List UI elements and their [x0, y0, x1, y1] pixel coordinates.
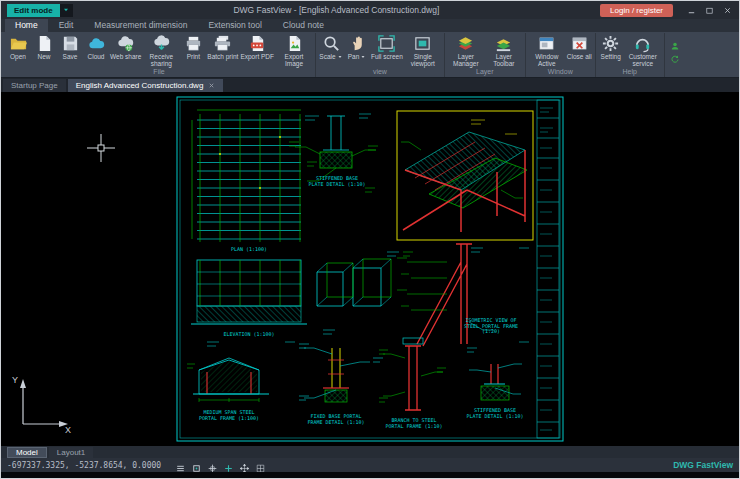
window-controls: [683, 4, 735, 17]
brand-label: DWG FastView: [673, 460, 733, 470]
isometric-view: [397, 111, 533, 240]
layout-tab-layout1[interactable]: Layout1: [49, 447, 93, 458]
print-icon: [184, 34, 203, 53]
edit-mode-dropdown[interactable]: Edit mode: [7, 4, 73, 17]
portal-frame-elevation: [187, 358, 269, 402]
doc-tab-english-advanced-construction-dwg[interactable]: English Advanced Construction.dwg: [68, 79, 224, 92]
ribbon-item-label: Pan: [348, 53, 360, 60]
ribbon-item-label: Layer Toolbar: [486, 53, 522, 67]
web-share-button[interactable]: Web share: [109, 33, 142, 60]
setting-button[interactable]: Setting: [598, 33, 624, 60]
close-button[interactable]: [719, 4, 735, 17]
ribbon-group-name: File: [5, 67, 313, 77]
ribbon-item-label: Single viewport: [405, 53, 441, 67]
tab-close-icon[interactable]: [208, 82, 215, 89]
single-viewport-button[interactable]: Single viewport: [404, 33, 442, 67]
plan-view: [192, 110, 301, 242]
batch-print-icon: [213, 34, 232, 53]
ucs-x-label: X: [65, 425, 71, 435]
receive-sharing-icon: [152, 34, 171, 53]
pan-button[interactable]: Pan: [344, 33, 370, 60]
grid-icon[interactable]: [255, 460, 266, 471]
document-tab-bar: Startup PageEnglish Advanced Constructio…: [1, 78, 739, 92]
window-active-icon: [537, 34, 556, 53]
cloud-button[interactable]: Cloud: [83, 33, 109, 60]
plus-icon[interactable]: [223, 460, 234, 471]
full-screen-button[interactable]: Full screen: [370, 33, 404, 60]
list-icon[interactable]: [175, 460, 186, 471]
menu-tab-edit[interactable]: Edit: [49, 19, 84, 32]
doc-tab-startup-page[interactable]: Startup Page: [3, 79, 66, 92]
cloud-icon: [87, 34, 106, 53]
menu-tab-bar: HomeEditMeasurement dimensionExtension t…: [1, 19, 739, 32]
minimize-button[interactable]: [683, 4, 699, 17]
statusbar-icons: [175, 460, 266, 471]
titlebar: Edit mode DWG FastView - [English Advanc…: [1, 1, 739, 19]
close-all-icon: [570, 34, 589, 53]
menu-tab-home[interactable]: Home: [5, 19, 48, 32]
window-active-button[interactable]: Window Active: [528, 33, 566, 67]
ribbon-group-view: ScalePanFull screenSingle viewportview: [316, 33, 445, 77]
move-icon[interactable]: [239, 460, 250, 471]
batch-print-button[interactable]: Batch print: [206, 33, 239, 60]
menu-tab-extension-tool[interactable]: Extension tool: [198, 19, 271, 32]
menu-tab-cloud-note[interactable]: Cloud note: [273, 19, 334, 32]
setting-icon: [601, 34, 620, 53]
login-register-button[interactable]: Login / register: [600, 4, 673, 17]
customer-service-button[interactable]: Customer service: [624, 33, 662, 67]
zoom-icon: [322, 34, 341, 53]
layer-manager-button[interactable]: Layer Manager: [447, 33, 485, 67]
ribbon-item-label: Receive sharing: [143, 53, 179, 67]
ribbon-item-label: Batch print: [207, 53, 238, 60]
new-button[interactable]: New: [31, 33, 57, 60]
base-plate-detail-top: [289, 116, 378, 181]
web-share-icon: [116, 34, 135, 53]
chevron-down-icon: [360, 54, 366, 60]
portal-member-detail: [397, 244, 493, 346]
export-pdf-button[interactable]: Export PDF: [239, 33, 275, 60]
layout-tab-model[interactable]: Model: [7, 447, 47, 458]
ribbon-group-name: view: [318, 67, 442, 77]
user-online-icon[interactable]: [670, 37, 680, 47]
elevation-view: [191, 260, 307, 324]
layer-toolbar-button[interactable]: Layer Toolbar: [485, 33, 523, 67]
sync-icon[interactable]: [670, 50, 680, 60]
customer-service-icon: [633, 34, 652, 53]
single-viewport-icon: [413, 34, 432, 53]
save-icon: [61, 34, 80, 53]
layer-manager-icon: [456, 34, 475, 53]
ribbon-item-label: Cloud: [88, 53, 105, 60]
edit-mode-label: Edit mode: [7, 4, 60, 17]
ribbon-item-label: Window Active: [529, 53, 565, 67]
osnap-icon[interactable]: [191, 460, 202, 471]
maximize-button[interactable]: [701, 4, 717, 17]
receive-sharing-button[interactable]: Receive sharing: [142, 33, 180, 67]
doc-tab-label: English Advanced Construction.dwg: [76, 81, 204, 90]
scale-button[interactable]: Scale: [318, 33, 344, 60]
wireframe-boxes: [317, 259, 391, 306]
menu-tab-measurement-dimension[interactable]: Measurement dimension: [84, 19, 197, 32]
drawing-canvas[interactable]: Y X PLAN (1:100)STIFFENED BASE PLATE DET…: [1, 92, 739, 446]
full-screen-icon: [377, 34, 396, 53]
ribbon-item-label: Web share: [110, 53, 141, 60]
crosshair-cursor: [87, 134, 115, 162]
close-all-button[interactable]: Close all: [566, 33, 593, 60]
crosshair-icon[interactable]: [207, 460, 218, 471]
doc-tab-label: Startup Page: [11, 81, 58, 90]
save-button[interactable]: Save: [57, 33, 83, 60]
chevron-down-icon: [60, 4, 73, 17]
open-button[interactable]: Open: [5, 33, 31, 60]
ribbon-group-name: Window: [528, 67, 593, 77]
ucs-icon: Y X: [12, 375, 71, 435]
ribbon-item-label: New: [37, 53, 50, 60]
export-pdf-icon: [248, 34, 267, 53]
ribbon-item-label: Customer service: [625, 53, 661, 67]
title-block-strip: [537, 100, 559, 438]
ribbon: OpenNewSaveCloudWeb shareReceive sharing…: [1, 32, 739, 78]
branch-detail: [379, 338, 446, 410]
export-image-button[interactable]: Export Image: [275, 33, 313, 67]
ribbon-item-label: Layer Manager: [448, 53, 484, 67]
print-button[interactable]: Print: [180, 33, 206, 60]
ribbon-group-name: Help: [598, 67, 662, 77]
ribbon-group-file: OpenNewSaveCloudWeb shareReceive sharing…: [3, 33, 316, 77]
